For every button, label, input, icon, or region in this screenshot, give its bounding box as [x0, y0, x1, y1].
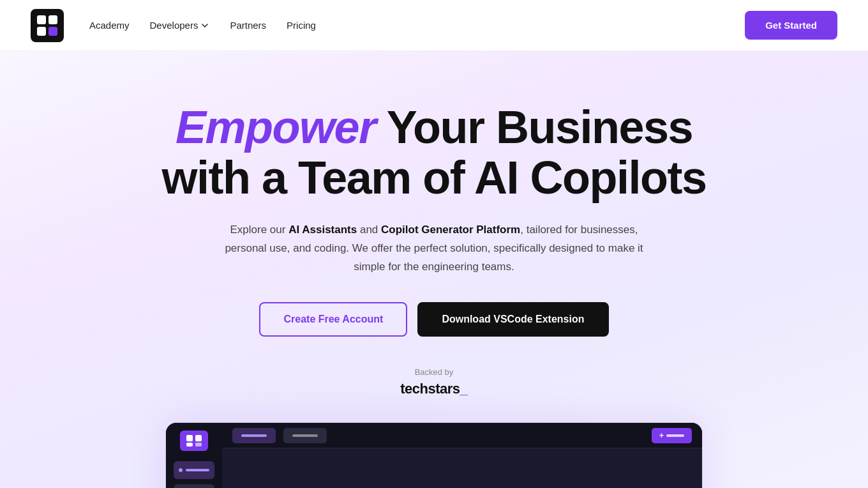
- product-screenshot: + WORK WITH AI: [166, 423, 702, 488]
- hero-copilot-text: Copilot Generator Platform: [381, 224, 520, 236]
- nav-item-pricing: Pricing: [287, 20, 316, 31]
- hero-headline: Empower Your Business with a Team of AI …: [147, 102, 721, 203]
- hero-section: Empower Your Business with a Team of AI …: [0, 51, 868, 488]
- nav-links: Academy Developers Partners Pricing: [89, 20, 316, 31]
- screenshot-sidebar: [166, 423, 222, 488]
- logo-icon: [36, 14, 59, 37]
- svg-rect-0: [37, 15, 46, 24]
- screenshot-topbar: +: [222, 423, 702, 448]
- hero-ai-text: AI Assistants: [288, 224, 357, 236]
- navbar: Academy Developers Partners Pricing Get …: [0, 0, 868, 51]
- svg-rect-1: [49, 15, 57, 24]
- techstars-suffix: _: [460, 381, 468, 397]
- backed-by-label: Backed by: [415, 367, 454, 377]
- headline-empower: Empower: [176, 102, 376, 153]
- screenshot-nav-marketplace: [174, 484, 214, 488]
- screenshot-inner: + WORK WITH AI: [166, 423, 702, 488]
- chevron-down-icon: [200, 21, 209, 30]
- download-vscode-button[interactable]: Download VSCode Extension: [417, 302, 608, 337]
- nav-left: Academy Developers Partners Pricing: [31, 9, 316, 42]
- screenshot-logo-pill: [180, 431, 208, 451]
- nav-link-developers[interactable]: Developers: [150, 20, 210, 31]
- get-started-button[interactable]: Get Started: [745, 11, 837, 40]
- svg-rect-5: [195, 435, 202, 441]
- screenshot-main: + WORK WITH AI: [222, 423, 702, 488]
- screenshot-create-button: +: [652, 428, 692, 443]
- techstars-text: techstars: [400, 381, 460, 397]
- hero-subtext: Explore our AI Assistants and Copilot Ge…: [217, 221, 651, 277]
- nav-item-academy: Academy: [89, 20, 130, 31]
- hero-buttons: Create Free Account Download VSCode Exte…: [259, 302, 608, 337]
- screenshot-logo-icon: [186, 435, 202, 446]
- screenshot-agents-tab: [283, 428, 327, 443]
- svg-rect-3: [49, 27, 57, 36]
- logo-link[interactable]: [31, 9, 64, 42]
- nav-item-partners: Partners: [230, 20, 266, 31]
- screenshot-nav-agents: [174, 461, 214, 479]
- techstars-logo: techstars_: [400, 381, 468, 397]
- screenshot-discover-tab: [232, 428, 276, 443]
- svg-rect-4: [186, 435, 193, 441]
- screenshot-content: WORK WITH AI: [222, 448, 702, 488]
- nav-link-partners[interactable]: Partners: [230, 20, 266, 31]
- backed-by-section: Backed by techstars_: [400, 367, 468, 397]
- nav-link-academy[interactable]: Academy: [89, 20, 130, 31]
- logo-box: [31, 9, 64, 42]
- nav-link-pricing[interactable]: Pricing: [287, 20, 316, 31]
- create-free-account-button[interactable]: Create Free Account: [259, 302, 407, 337]
- svg-rect-6: [186, 443, 193, 446]
- svg-rect-7: [195, 443, 202, 446]
- nav-item-developers: Developers: [150, 20, 210, 31]
- svg-rect-2: [37, 27, 46, 36]
